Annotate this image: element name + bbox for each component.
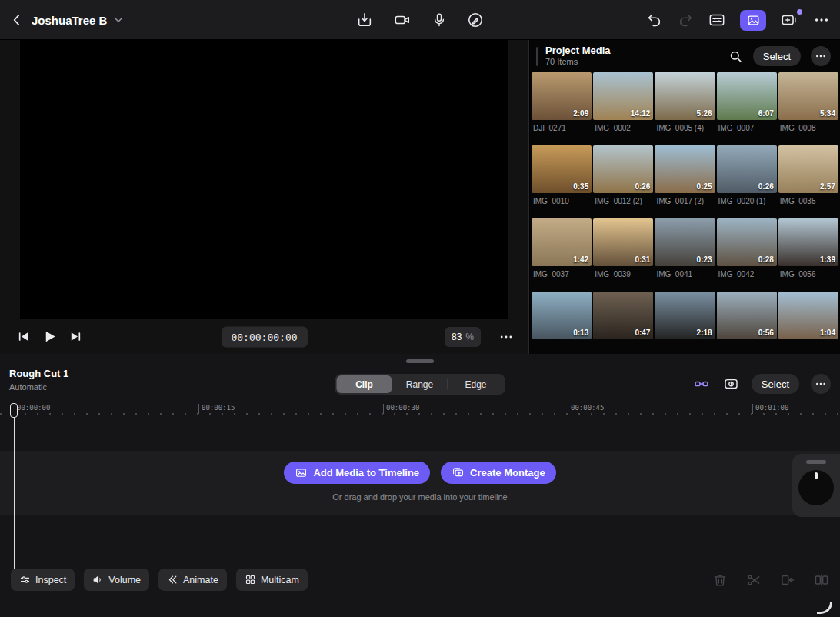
media-item[interactable]: 1:39IMG_0056 (778, 218, 838, 278)
playhead[interactable] (10, 403, 18, 569)
overwrite-button[interactable] (780, 572, 795, 588)
speaker-icon (92, 574, 104, 585)
media-thumbnail[interactable]: 1:39 (778, 218, 838, 266)
clip-duration-badge: 2:09 (573, 109, 588, 118)
delete-clip-button[interactable] (712, 572, 728, 588)
timeline-select-button[interactable]: Select (752, 374, 799, 394)
segment-edge[interactable]: Edge (448, 375, 504, 393)
media-filename: IMG_0039 (593, 270, 653, 278)
timeline-resize-handle[interactable] (406, 359, 434, 363)
more-button[interactable] (812, 12, 831, 28)
media-item[interactable]: 0:13 (532, 292, 592, 343)
media-item[interactable]: 2:57IMG_0035 (778, 145, 838, 205)
media-item[interactable]: 1:42IMG_0037 (532, 218, 592, 278)
media-thumbnail[interactable]: 0:28 (717, 218, 777, 266)
ruler-label: 00:00:00 (14, 404, 50, 414)
media-filename: IMG_0035 (778, 197, 838, 205)
media-thumbnail[interactable]: 2:57 (778, 145, 838, 193)
media-item[interactable]: 0:23IMG_0041 (655, 218, 715, 278)
media-item[interactable]: 14:12IMG_0002 (593, 72, 653, 132)
volume-button[interactable]: Volume (84, 569, 149, 591)
media-thumbnail[interactable]: 0:23 (655, 218, 715, 266)
media-thumbnail[interactable]: 0:35 (532, 145, 592, 193)
clip-duration-badge: 14:12 (631, 109, 651, 118)
media-thumbnail[interactable]: 0:25 (655, 145, 715, 193)
media-item[interactable]: 6:07IMG_0007 (717, 72, 777, 132)
play-button[interactable] (42, 329, 57, 344)
media-thumbnail[interactable]: 14:12 (593, 72, 653, 120)
media-item[interactable]: 0:31IMG_0039 (593, 218, 653, 278)
media-item[interactable]: 5:34IMG_0008 (778, 72, 838, 132)
zoom-unit: % (465, 332, 474, 342)
panel-drag-handle[interactable] (536, 47, 538, 66)
split-blade-button[interactable] (746, 572, 762, 588)
segment-range[interactable]: Range (392, 375, 448, 393)
media-item[interactable]: 0:25IMG_0017 (2) (655, 145, 715, 205)
add-media-to-timeline-button[interactable]: Add Media to Timeline (284, 462, 430, 484)
media-item[interactable]: 2:18 (655, 292, 715, 343)
media-thumbnail[interactable]: 0:47 (593, 292, 653, 339)
clip-duration-badge: 6:07 (758, 109, 774, 118)
redo-button[interactable] (677, 12, 694, 28)
back-button[interactable] (9, 12, 25, 28)
clip-appearance-button[interactable] (722, 376, 740, 392)
undo-button[interactable] (646, 12, 663, 28)
media-item[interactable]: 0:47 (593, 292, 653, 343)
clip-connections-button[interactable] (692, 376, 711, 392)
jog-wheel[interactable] (792, 454, 840, 517)
segment-clip[interactable]: Clip (337, 375, 392, 393)
media-item[interactable]: 0:35IMG_0010 (532, 145, 592, 205)
media-item[interactable]: 0:28IMG_0042 (717, 218, 777, 278)
zoom-control[interactable]: 83 % (445, 327, 481, 347)
media-thumbnail[interactable]: 6:07 (717, 72, 777, 120)
camera-record-button[interactable] (393, 12, 412, 28)
controls-panel-button[interactable] (708, 12, 726, 28)
voiceover-button[interactable] (432, 12, 447, 28)
media-thumbnail[interactable]: 0:26 (717, 145, 777, 193)
media-thumbnail[interactable]: 1:42 (532, 218, 592, 266)
clip-duration-badge: 2:57 (820, 182, 835, 191)
media-thumbnail[interactable]: 0:56 (717, 292, 777, 339)
skip-to-end-button[interactable] (69, 330, 82, 343)
media-thumbnail[interactable]: 5:34 (778, 72, 838, 120)
inspect-button[interactable]: Inspect (11, 569, 75, 591)
media-thumbnail[interactable]: 0:13 (532, 292, 592, 339)
timeline-more-button[interactable] (811, 374, 831, 394)
media-item[interactable]: 2:09DJI_0271 (532, 72, 592, 132)
jog-drag-bar[interactable] (806, 460, 826, 464)
search-button[interactable] (728, 49, 743, 64)
clip-duration-badge: 0:26 (635, 182, 650, 191)
media-thumbnail[interactable]: 0:26 (593, 145, 653, 193)
animate-button[interactable]: Animate (158, 569, 227, 591)
skip-to-start-button[interactable] (17, 330, 30, 343)
media-thumbnail[interactable]: 1:04 (778, 292, 838, 339)
create-montage-button[interactable]: Create Montage (441, 462, 556, 484)
pencil-tools-button[interactable] (467, 12, 484, 28)
media-item[interactable]: 0:26IMG_0020 (1) (717, 145, 777, 205)
clip-duration-badge: 0:31 (635, 255, 650, 264)
timeline-ruler[interactable]: 00:00:0000:00:1500:00:3000:00:4500:01:00 (0, 403, 840, 420)
search-icon (728, 49, 743, 64)
viewer-more-button[interactable] (498, 329, 515, 345)
media-thumbnail[interactable]: 0:31 (593, 218, 653, 266)
import-media-button[interactable] (356, 12, 373, 28)
photo-icon (295, 467, 308, 479)
multicam-button[interactable]: Multicam (236, 569, 308, 591)
media-thumbnail[interactable]: 2:18 (655, 292, 715, 339)
project-menu-button[interactable] (114, 15, 123, 25)
media-thumbnail[interactable]: 2:09 (532, 72, 592, 120)
video-preview[interactable] (20, 40, 508, 319)
media-select-button[interactable]: Select (753, 46, 801, 66)
media-filename: IMG_0005 (4) (655, 124, 715, 132)
media-browser-button[interactable] (740, 10, 766, 31)
split-clip-button[interactable] (814, 572, 829, 588)
playhead-handle[interactable] (10, 403, 18, 418)
jog-dial[interactable] (798, 470, 834, 505)
media-item[interactable]: 5:26IMG_0005 (4) (655, 72, 715, 132)
media-item[interactable]: 1:04 (778, 292, 838, 343)
media-item[interactable]: 0:56 (717, 292, 777, 343)
media-thumbnail[interactable]: 5:26 (655, 72, 715, 120)
media-more-button[interactable] (811, 46, 831, 66)
add-to-timeline-button[interactable] (780, 12, 798, 28)
media-item[interactable]: 0:26IMG_0012 (2) (593, 145, 653, 205)
